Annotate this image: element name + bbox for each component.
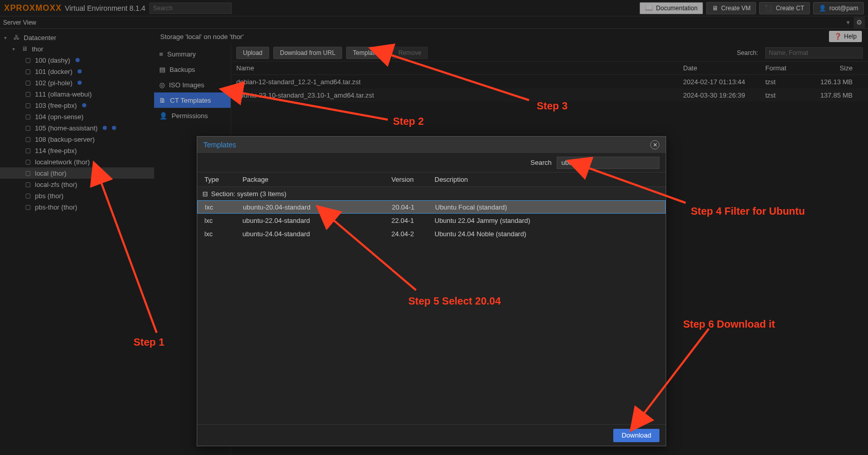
annotation-step4: Step 4 Filter for Ubuntu	[691, 205, 805, 217]
annotation-step1: Step 1	[134, 336, 164, 348]
svg-line-4	[331, 218, 416, 290]
annotation-step2: Step 2	[393, 116, 424, 127]
svg-line-0	[100, 180, 157, 333]
annotation-step5: Step 5 Select 20.04	[408, 295, 501, 307]
svg-line-1	[239, 92, 388, 120]
svg-line-5	[642, 329, 709, 416]
svg-line-2	[388, 54, 529, 100]
annotation-step3: Step 3	[537, 100, 568, 112]
annotation-step6: Step 6 Download it	[683, 318, 775, 330]
svg-line-3	[586, 167, 686, 203]
